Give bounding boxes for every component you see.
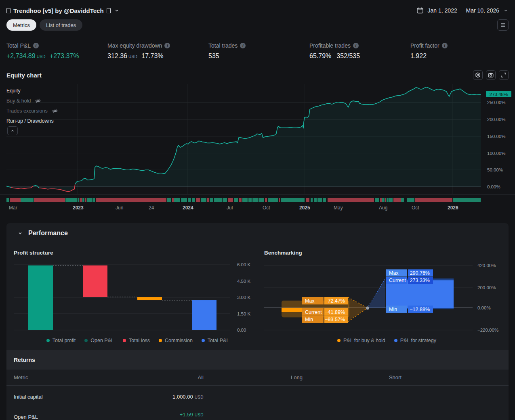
- tab-list-of-trades[interactable]: List of trades: [40, 19, 82, 31]
- equity-legend: Equity Buy & hold Trades excursions Run-…: [6, 86, 58, 126]
- runup-drawdown-segment: [181, 198, 187, 202]
- runup-drawdown-segment: [80, 198, 82, 202]
- benchmarking-chart[interactable]: 420.00%200.00%0.00%−220.00%Max72.47%Curr…: [259, 253, 515, 350]
- chevron-down-icon: [503, 8, 509, 13]
- stat-value: +2,734.89: [6, 52, 36, 60]
- stat-unit: USD: [128, 54, 137, 59]
- report-layout-button[interactable]: [497, 19, 509, 31]
- y-axis-tick: 150.00%: [487, 134, 505, 139]
- stat-max-drawdown: Max equity drawdowni 312.36USD17.73%: [107, 42, 208, 60]
- performance-section-toggle[interactable]: Performance: [17, 230, 68, 237]
- runup-drawdown-segment: [239, 198, 242, 202]
- x-axis-tick: Jun: [116, 205, 123, 211]
- list-icon: [500, 22, 506, 28]
- info-icon[interactable]: i: [33, 43, 39, 48]
- legend-label: Commission: [165, 338, 193, 343]
- stat-label: Profit factor: [410, 42, 439, 49]
- stat-label: Max equity drawdown: [107, 42, 162, 49]
- date-range-picker[interactable]: Jan 1, 2022 — Mar 10, 2026: [416, 6, 509, 15]
- collapse-pane-button[interactable]: [7, 126, 18, 135]
- row-metric-label: Initial capital: [6, 394, 105, 400]
- x-axis-tick: Mar: [9, 205, 17, 211]
- stat-profitable-trades: Profitable tradesi 65.79%352/535: [309, 42, 410, 60]
- legend-item[interactable]: Total profit: [46, 338, 76, 343]
- benchmarking-legend: P&L for buy & holdP&L for strategy: [259, 338, 515, 343]
- runup-drawdown-segment: [78, 198, 79, 202]
- strategy-selector[interactable]: Trendhoo [v5] by @DaviddTech: [6, 7, 120, 14]
- returns-section-header[interactable]: Returns: [6, 350, 509, 370]
- runup-drawdown-segment: [415, 198, 417, 202]
- y-axis-tick: 250.00%: [487, 100, 505, 105]
- benchmark-value: −41.89%: [325, 309, 345, 315]
- missing-glyph-box: [6, 8, 11, 13]
- tab-metrics[interactable]: Metrics: [6, 19, 36, 31]
- legend-label: P&L for strategy: [400, 338, 436, 343]
- column-header-metric: Metric: [6, 374, 105, 380]
- runup-drawdown-segment: [167, 198, 171, 202]
- chart-settings-button[interactable]: [473, 70, 483, 80]
- x-axis-tick: 24: [149, 205, 154, 211]
- info-icon[interactable]: i: [164, 43, 170, 48]
- y-axis-tick: 50.00%: [487, 167, 503, 172]
- x-axis-tick: 2024: [183, 205, 193, 211]
- stat-value: 1.922: [410, 52, 427, 60]
- returns-table: Returns Metric All Long Short Initial ca…: [6, 350, 509, 420]
- benchmark-value: −93.57%: [325, 317, 345, 322]
- legend-label: Total P&L: [208, 338, 229, 343]
- stat-unit: USD: [37, 54, 46, 59]
- legend-label: Open P&L: [90, 338, 114, 343]
- runup-drawdown-segment: [21, 198, 34, 202]
- runup-drawdown-segment: [174, 198, 180, 202]
- stat-value: 65.79%: [309, 52, 331, 60]
- runup-drawdown-segment: [234, 198, 238, 202]
- equity-chart-area[interactable]: 250.00%200.00%150.00%100.00%50.00%0.00%M…: [0, 80, 515, 219]
- runup-drawdown-segment: [328, 198, 374, 202]
- runup-drawdown-segment: [242, 198, 248, 202]
- strategy-current-bar: [386, 280, 454, 308]
- runup-drawdown-segment: [265, 198, 267, 202]
- legend-item[interactable]: P&L for strategy: [394, 338, 436, 343]
- legend-label: Buy & hold: [6, 98, 31, 104]
- info-icon[interactable]: i: [442, 43, 448, 48]
- calendar-icon: [416, 6, 424, 15]
- runup-drawdown-segment: [380, 198, 382, 202]
- benchmark-label: Current: [305, 309, 322, 315]
- runup-drawdown-segment: [323, 198, 326, 202]
- info-icon[interactable]: i: [240, 43, 246, 48]
- runup-drawdown-segment: [417, 198, 452, 202]
- x-axis-tick: 2023: [73, 205, 84, 211]
- legend-item[interactable]: Total P&L: [202, 338, 229, 343]
- runup-drawdown-segment: [96, 198, 166, 202]
- equity-chart-canvas[interactable]: 250.00%200.00%150.00%100.00%50.00%0.00%M…: [0, 80, 515, 219]
- runup-drawdown-segment: [6, 198, 9, 202]
- row-metric-label: Open P&L: [6, 408, 105, 420]
- y-axis-tick: −220.00%: [477, 328, 498, 332]
- legend-item[interactable]: Total loss: [123, 338, 150, 343]
- legend-item-runup-drawdowns[interactable]: Run-up / Drawdowns: [6, 116, 58, 126]
- chart-snapshot-button[interactable]: [486, 70, 496, 80]
- runup-drawdown-segment: [228, 198, 233, 202]
- x-axis-tick: Aug: [379, 205, 387, 211]
- returns-title: Returns: [14, 357, 35, 363]
- legend-item[interactable]: P&L for buy & hold: [337, 338, 385, 343]
- legend-label: Trades excursions: [6, 108, 48, 114]
- info-icon[interactable]: i: [353, 43, 359, 48]
- performance-title: Performance: [28, 230, 68, 237]
- fullscreen-icon-button[interactable]: [499, 70, 509, 80]
- runup-drawdown-segment: [389, 198, 393, 202]
- legend-item-buy-and-hold[interactable]: Buy & hold: [6, 96, 58, 106]
- legend-dot: [84, 339, 88, 342]
- legend-item-trades-excursions[interactable]: Trades excursions: [6, 106, 58, 116]
- legend-item[interactable]: Open P&L: [84, 338, 114, 343]
- table-row-initial-capital: Initial capital 1,000.00USD: [6, 386, 509, 408]
- buyhold-funnel-fill: [348, 298, 368, 321]
- x-axis-tick: Oct: [263, 205, 270, 211]
- y-axis-tick: 100.00%: [487, 151, 505, 156]
- runup-drawdown-segment: [317, 198, 322, 202]
- column-header-short: Short: [303, 374, 401, 380]
- profit-structure-chart[interactable]: 6.00 K4.50 K3.00 K1.50 K0.00: [6, 253, 269, 350]
- legend-item-equity[interactable]: Equity: [6, 86, 58, 96]
- y-axis-tick: 4.50 K: [237, 279, 251, 284]
- x-axis-tick: 2025: [299, 205, 310, 211]
- legend-item[interactable]: Commission: [159, 338, 193, 343]
